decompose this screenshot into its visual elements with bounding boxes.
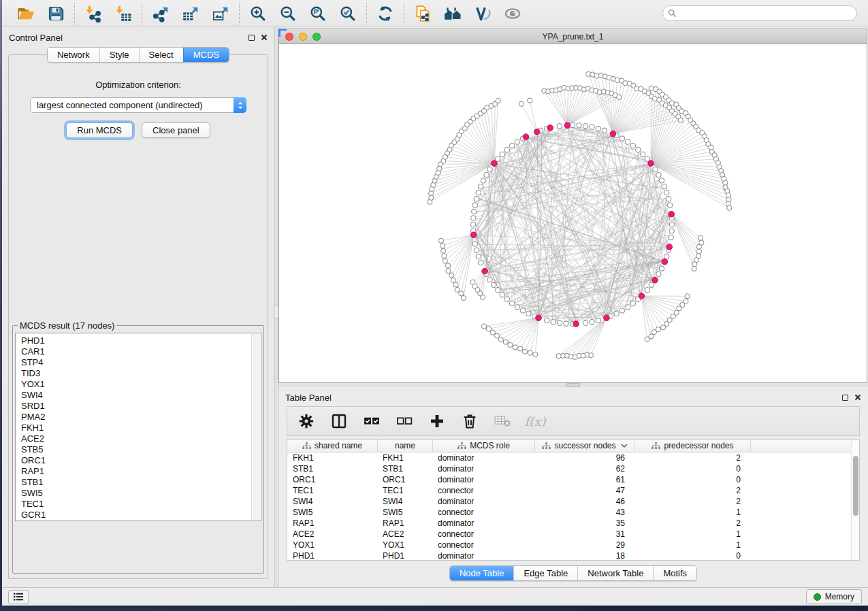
graph-hub-node[interactable] — [669, 211, 675, 217]
table-cell[interactable]: dominator — [432, 518, 534, 529]
table-cell[interactable]: 18 — [534, 550, 634, 561]
graph-node[interactable] — [508, 342, 513, 347]
graph-node[interactable] — [685, 294, 690, 299]
graph-node[interactable] — [583, 123, 588, 129]
column-layout-icon[interactable] — [331, 413, 347, 429]
graph-node[interactable] — [487, 277, 493, 282]
graph-hub-node[interactable] — [639, 293, 645, 299]
graph-node[interactable] — [509, 301, 515, 306]
table-row[interactable]: TEC1TEC1connector472 — [287, 485, 859, 496]
mcds-list-scrollbar[interactable] — [251, 334, 260, 520]
table-cell[interactable]: 0 — [634, 474, 750, 485]
table-cell[interactable]: connector — [432, 507, 534, 518]
graph-node[interactable] — [478, 260, 483, 265]
table-cell[interactable]: connector — [432, 485, 534, 496]
graph-node[interactable] — [652, 330, 656, 335]
table-cell[interactable]: RAP1 — [377, 518, 432, 529]
graph-node[interactable] — [495, 287, 500, 293]
graph-node[interactable] — [669, 229, 675, 234]
graph-node[interactable] — [472, 203, 478, 208]
graph-node[interactable] — [455, 287, 460, 292]
export-network-icon[interactable] — [151, 4, 170, 23]
table-cell[interactable]: dominator — [432, 452, 534, 463]
table-cell[interactable]: connector — [432, 540, 534, 550]
table-cell[interactable]: PHD1 — [287, 550, 377, 561]
tab-mcds[interactable]: MCDS — [183, 48, 229, 62]
graph-hub-node[interactable] — [666, 244, 673, 250]
delete-column-icon[interactable] — [462, 413, 478, 429]
mcds-result-item[interactable]: TEC1 — [21, 499, 261, 510]
graph-hub-node[interactable] — [470, 232, 477, 238]
graph-node[interactable] — [645, 287, 650, 293]
mcds-result-item[interactable]: STP4 — [21, 357, 261, 368]
table-cell[interactable]: dominator — [432, 463, 534, 474]
graph-node[interactable] — [653, 167, 658, 172]
graph-node[interactable] — [504, 297, 510, 302]
maximize-window-icon[interactable] — [312, 33, 321, 41]
graph-hub-node[interactable] — [652, 277, 658, 283]
clone-network-icon[interactable] — [413, 4, 432, 23]
table-cell[interactable]: STB1 — [287, 463, 377, 474]
graph-node[interactable] — [476, 190, 481, 195]
graph-node[interactable] — [470, 222, 476, 227]
export-image-icon[interactable] — [211, 4, 230, 23]
graph-node[interactable] — [696, 244, 701, 249]
graph-node[interactable] — [590, 125, 595, 130]
close-table-panel-icon[interactable] — [854, 394, 861, 401]
table-cell[interactable]: YOX1 — [287, 540, 377, 550]
zoom-out-icon[interactable] — [278, 4, 298, 23]
graph-node[interactable] — [522, 349, 527, 354]
graph-node[interactable] — [484, 172, 489, 178]
float-table-panel-icon[interactable] — [842, 395, 848, 401]
graph-node[interactable] — [557, 123, 562, 129]
graph-node[interactable] — [669, 222, 675, 227]
graph-node[interactable] — [515, 139, 520, 145]
graph-node[interactable] — [496, 98, 500, 103]
graph-node[interactable] — [678, 118, 683, 122]
close-panel-button[interactable]: Close panel — [142, 122, 210, 138]
graph-node[interactable] — [577, 123, 582, 129]
graph-node[interactable] — [451, 278, 455, 282]
table-row[interactable]: RAP1RAP1dominator352 — [287, 518, 859, 529]
graph-node[interactable] — [583, 320, 588, 326]
table-row[interactable]: ORC1ORC1dominator610 — [287, 474, 859, 485]
table-cell[interactable]: 2 — [634, 485, 750, 496]
zoom-fit-icon[interactable] — [308, 4, 327, 23]
network-canvas[interactable] — [279, 44, 867, 382]
refresh-layout-icon[interactable] — [376, 4, 395, 23]
mcds-result-item[interactable]: PMA2 — [21, 412, 261, 423]
graph-node[interactable] — [509, 143, 515, 148]
graph-node[interactable] — [440, 244, 445, 248]
minimize-window-icon[interactable] — [299, 33, 307, 41]
graph-hub-node[interactable] — [573, 321, 579, 327]
column-header-shared-name[interactable]: shared name — [287, 440, 377, 452]
graph-node[interactable] — [491, 282, 496, 288]
graph-hub-node[interactable] — [536, 315, 542, 321]
mcds-result-item[interactable]: FKH1 — [21, 423, 261, 433]
graph-node[interactable] — [660, 325, 665, 330]
graph-hub-node[interactable] — [523, 134, 529, 140]
graph-node[interactable] — [500, 292, 505, 297]
table-cell[interactable]: 43 — [534, 507, 634, 518]
graph-node[interactable] — [551, 319, 556, 325]
graph-node[interactable] — [602, 128, 607, 133]
graph-node[interactable] — [590, 319, 595, 325]
deselect-all-icon[interactable] — [396, 413, 413, 429]
graph-node[interactable] — [664, 254, 669, 259]
graph-hub-node[interactable] — [482, 268, 488, 274]
table-cell[interactable]: 62 — [534, 463, 634, 474]
table-cell[interactable]: ORC1 — [287, 474, 377, 485]
table-row[interactable]: YOX1YOX1connector291 — [287, 540, 859, 550]
column-header-predecessor-nodes[interactable]: predecessor nodes — [634, 440, 750, 452]
graph-hub-node[interactable] — [604, 315, 610, 321]
graph-node[interactable] — [503, 340, 508, 344]
mcds-result-item[interactable]: STB5 — [21, 444, 261, 455]
table-row[interactable]: STB1STB1dominator620 — [287, 463, 859, 474]
graph-node[interactable] — [520, 308, 526, 314]
table-tab-edge-table[interactable]: Edge Table — [513, 566, 577, 580]
graph-node[interactable] — [453, 282, 458, 287]
graph-node[interactable] — [630, 301, 636, 306]
graph-hub-node[interactable] — [534, 129, 540, 135]
graph-node[interactable] — [556, 354, 561, 359]
graph-node[interactable] — [620, 136, 625, 142]
